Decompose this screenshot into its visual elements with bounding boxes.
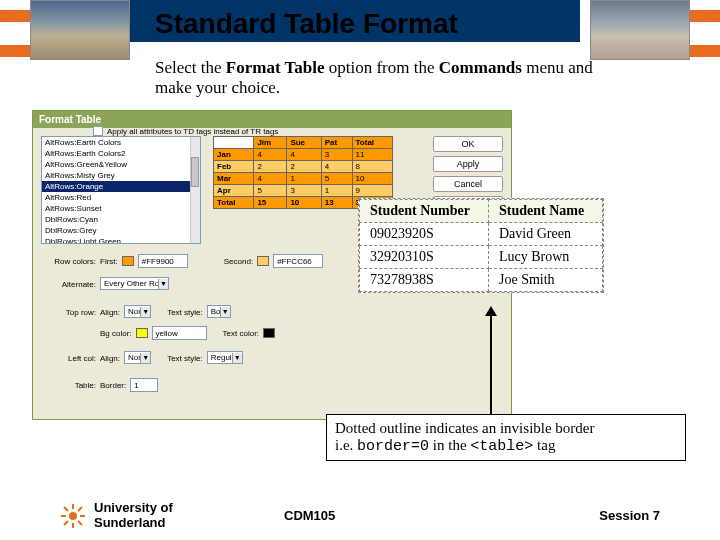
text: Select the xyxy=(155,58,226,77)
preview-cell: 1 xyxy=(287,173,321,185)
preview-cell: 4 xyxy=(254,149,287,161)
chevron-down-icon: ▼ xyxy=(140,353,150,363)
label: Table: xyxy=(41,381,96,390)
chevron-down-icon: ▼ xyxy=(158,279,168,289)
preview-row: Mar41510 xyxy=(214,173,393,185)
toprow-row2: Bg color: yellow Text color: xyxy=(41,326,275,340)
list-item[interactable]: AltRows:Green&Yellow xyxy=(42,159,200,170)
text: Sunderland xyxy=(94,515,166,530)
university-name: University of Sunderland xyxy=(94,501,204,530)
list-item[interactable]: AltRows:Red xyxy=(42,192,200,203)
chevron-down-icon: ▼ xyxy=(220,307,230,317)
border-field[interactable]: 1 xyxy=(130,378,158,392)
preview-row: Feb2248 xyxy=(214,161,393,173)
scrollbar-track[interactable] xyxy=(190,137,200,243)
toprow-align-dropdown[interactable]: None ▼ xyxy=(124,306,151,318)
first-color-field[interactable]: #FF9900 xyxy=(138,254,188,268)
ok-button[interactable]: OK xyxy=(433,136,503,152)
preview-cell: 4 xyxy=(287,149,321,161)
preview-cell: 15 xyxy=(254,197,287,209)
label: Bg color: xyxy=(100,329,132,338)
preview-cell: 11 xyxy=(352,149,392,161)
label: Border: xyxy=(100,381,126,390)
sun-logo-icon xyxy=(60,503,86,529)
color-swatch-first[interactable] xyxy=(122,256,134,266)
preview-header-cell: Jim xyxy=(254,137,287,149)
text: Dotted outline indicates an invisible bo… xyxy=(335,420,595,436)
row-colors-row: Row colors: First: #FF9900 Second: #FFCC… xyxy=(41,254,323,268)
svg-point-0 xyxy=(69,512,77,520)
alternate-dropdown[interactable]: Every Other Row ▼ xyxy=(100,278,169,290)
list-item[interactable]: AltRows:Earth Colors2 xyxy=(42,148,200,159)
preview-row: Jan44311 xyxy=(214,149,393,161)
list-item[interactable]: DblRows:Light Green xyxy=(42,236,200,244)
label: Text style: xyxy=(167,308,203,317)
preview-cell: 1 xyxy=(321,185,352,197)
leftcol-align-dropdown[interactable]: None ▼ xyxy=(124,352,151,364)
bgcolor-field[interactable]: yellow xyxy=(152,326,207,340)
table-cell: 09023920S xyxy=(360,223,489,246)
callout-box: Dotted outline indicates an invisible bo… xyxy=(326,414,686,461)
text-bold: Format Table xyxy=(226,58,325,77)
format-preset-listbox[interactable]: AltRows:Earth ColorsAltRows:Earth Colors… xyxy=(41,136,201,244)
table-header-cell: Student Number xyxy=(360,200,489,223)
code-text: border=0 xyxy=(357,438,429,455)
list-item[interactable]: AltRows:Earth Colors xyxy=(42,137,200,148)
td-attributes-checkbox[interactable] xyxy=(93,126,103,136)
preview-cell: 3 xyxy=(287,185,321,197)
preview-cell: 13 xyxy=(321,197,352,209)
label: Row colors: xyxy=(41,257,96,266)
toprow-row1: Top row: Align: None ▼ Text style: Bold … xyxy=(41,306,231,318)
text: University of xyxy=(94,500,173,515)
apply-button[interactable]: Apply xyxy=(433,156,503,172)
checkbox-label: Apply all attributes to TD tags instead … xyxy=(107,127,278,136)
color-swatch-text[interactable] xyxy=(263,328,275,338)
preview-header-cell xyxy=(214,137,254,149)
table-cell: 32920310S xyxy=(360,246,489,269)
td-attributes-checkbox-row: Apply all attributes to TD tags instead … xyxy=(93,126,278,136)
preview-cell: Mar xyxy=(214,173,254,185)
preview-cell: 10 xyxy=(352,173,392,185)
second-color-field[interactable]: #FFCC66 xyxy=(273,254,323,268)
preview-cell: Jan xyxy=(214,149,254,161)
label: Align: xyxy=(100,308,120,317)
preview-cell: Feb xyxy=(214,161,254,173)
label: Align: xyxy=(100,354,120,363)
leftcol-textstyle-dropdown[interactable]: Regular ▼ xyxy=(207,352,243,364)
preview-cell: 2 xyxy=(254,161,287,173)
preview-row: Apr5319 xyxy=(214,185,393,197)
list-item[interactable]: AltRows:Orange xyxy=(42,181,200,192)
preview-cell: Apr xyxy=(214,185,254,197)
preview-cell: 4 xyxy=(321,161,352,173)
preview-cell: 10 xyxy=(287,197,321,209)
color-swatch-bg[interactable] xyxy=(136,328,148,338)
list-item[interactable]: DblRows:Cyan xyxy=(42,214,200,225)
label: First: xyxy=(100,257,118,266)
student-table-example: Student Number Student Name 09023920S Da… xyxy=(358,198,604,293)
list-item[interactable]: DblRows:Grey xyxy=(42,225,200,236)
table-cell: David Green xyxy=(488,223,602,246)
scrollbar-thumb[interactable] xyxy=(191,157,199,187)
chevron-down-icon: ▼ xyxy=(140,307,150,317)
list-item[interactable]: AltRows:Sunset xyxy=(42,203,200,214)
text: option from the xyxy=(325,58,439,77)
table-cell: Joe Smith xyxy=(488,269,602,292)
list-item[interactable]: AltRows:Misty Grey xyxy=(42,170,200,181)
label: Text style: xyxy=(167,354,203,363)
arrow-line xyxy=(490,310,492,416)
session-number: Session 7 xyxy=(599,508,660,523)
table-row: 73278938S Joe Smith xyxy=(360,269,603,292)
footer: University of Sunderland CDM105 Session … xyxy=(0,501,720,530)
chevron-down-icon: ▼ xyxy=(232,353,242,363)
table-border-row: Table: Border: 1 xyxy=(41,378,158,392)
decoration-bar xyxy=(0,10,30,22)
cancel-button[interactable]: Cancel xyxy=(433,176,503,192)
table-row: 32920310S Lucy Brown xyxy=(360,246,603,269)
course-code: CDM105 xyxy=(284,508,335,523)
leftcol-row: Left col: Align: None ▼ Text style: Regu… xyxy=(41,352,243,364)
decoration-bar xyxy=(0,45,30,57)
table-cell: Lucy Brown xyxy=(488,246,602,269)
color-swatch-second[interactable] xyxy=(257,256,269,266)
toprow-textstyle-dropdown[interactable]: Bold ▼ xyxy=(207,306,231,318)
preview-header-cell: Sue xyxy=(287,137,321,149)
